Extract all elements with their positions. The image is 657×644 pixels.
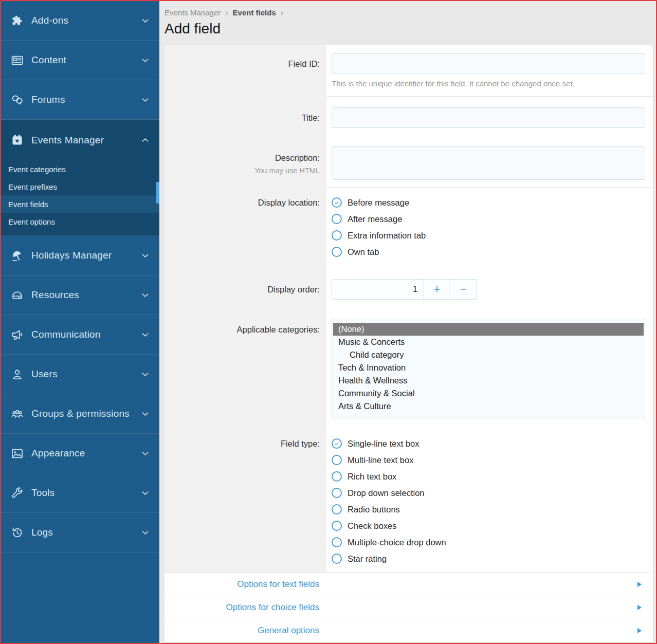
form-row-applicable-categories: Applicable categories: (None) Music & Co… [165,312,653,430]
chevron-down-icon [140,449,150,458]
sidebar-item-event-prefixes[interactable]: Event prefixes [1,178,159,195]
section-options-for-text-fields[interactable]: Options for text fields [165,573,653,596]
radio-multiple-choice-drop-down[interactable]: Multiple-choice drop down [332,534,645,550]
radio-star-rating[interactable]: Star rating [332,550,645,567]
sidebar-item-label: Groups & permissions [31,408,140,419]
sidebar-item-holidays-manager[interactable]: Holidays Manager [1,236,159,275]
listbox-option-child-category[interactable]: Child category [333,348,644,361]
sidebar-scrollbar-thumb[interactable] [156,182,159,204]
chevron-down-icon [140,95,150,105]
breadcrumb-chevron-icon: › [281,9,283,17]
admin-panel: Add-ons Content Forums Events Manager [0,0,657,644]
chevron-down-icon [140,409,150,419]
radio-icon[interactable] [332,554,342,564]
description-textarea[interactable] [332,146,645,180]
breadcrumb-events-manager[interactable]: Events Manager [165,8,221,17]
sidebar-item-label: Events Manager [31,135,140,146]
sidebar-item-groups-permissions[interactable]: Groups & permissions [1,394,159,434]
sidebar-item-logs[interactable]: Logs [1,513,159,553]
listbox-option-tech-innovation[interactable]: Tech & Innovation [333,361,644,374]
sidebar-group-events-manager: Events Manager Event categories Event pr… [1,120,159,236]
sidebar-item-content[interactable]: Content [1,41,159,80]
sidebar-item-event-options[interactable]: Event options [1,213,159,230]
listbox-option-health-wellness[interactable]: Health & Wellness [333,374,644,387]
form-row-display-order: Display order: + − [165,271,653,312]
field-type-label: Field type: [165,435,326,573]
field-id-hint: This is the unique identifier for this f… [332,79,645,88]
listbox-option-none[interactable]: (None) [333,323,644,336]
chevron-up-icon [140,135,150,145]
field-id-input[interactable] [332,53,645,74]
sidebar-item-event-categories[interactable]: Event categories [1,160,159,178]
radio-icon[interactable] [332,230,342,241]
expand-arrow-icon [637,605,642,610]
radio-rich-text-box[interactable]: Rich text box [332,468,645,485]
drive-icon [9,288,25,302]
sidebar-item-label: Tools [31,487,140,499]
chevron-down-icon [140,370,150,379]
umbrella-icon [9,248,25,263]
sidebar-item-forums[interactable]: Forums [1,80,159,120]
chevron-down-icon [140,290,150,300]
form-row-description: Description: You may use HTML [165,138,653,188]
image-icon [9,446,25,461]
sidebar-item-label: Communication [31,329,140,340]
megaphone-icon [9,327,25,342]
section-options-for-choice-fields[interactable]: Options for choice fields [165,596,653,619]
categories-listbox: (None) Music & Concerts Child category T… [332,319,645,418]
add-field-form: Field ID: This is the unique identifier … [165,45,653,642]
page-title: Add field [165,21,656,37]
title-label: Title: [165,107,326,138]
sidebar-item-add-ons[interactable]: Add-ons [1,1,159,41]
chevron-down-icon [140,16,150,26]
section-general-options[interactable]: General options [165,619,653,642]
radio-selected-icon[interactable] [332,438,342,449]
breadcrumb-event-fields[interactable]: Event fields [233,8,276,17]
display-order-input[interactable] [332,280,424,299]
radio-radio-buttons[interactable]: Radio buttons [332,501,645,518]
radio-extra-information-tab[interactable]: Extra information tab [332,227,645,244]
chevron-down-icon [140,251,150,261]
radio-after-message[interactable]: After message [332,211,645,227]
sidebar-item-tools[interactable]: Tools [1,473,159,513]
sidebar-item-event-fields[interactable]: Event fields [1,195,159,213]
radio-selected-icon[interactable] [332,197,342,208]
display-order-label: Display order: [165,279,326,312]
radio-icon[interactable] [332,521,342,531]
radio-icon[interactable] [332,537,342,547]
sidebar-item-appearance[interactable]: Appearance [1,434,159,473]
sidebar-item-users[interactable]: Users [1,355,159,394]
title-input[interactable] [332,107,645,128]
radio-drop-down-selection[interactable]: Drop down selection [332,485,645,501]
radio-icon[interactable] [332,247,342,257]
radio-multi-line-text-box[interactable]: Multi-line text box [332,452,645,468]
chevron-down-icon [140,488,150,498]
radio-before-message[interactable]: Before message [332,194,645,211]
expand-arrow-icon [637,582,642,587]
radio-icon[interactable] [332,471,342,482]
breadcrumb-chevron-icon: › [225,9,228,17]
listbox-option-community-social[interactable]: Community & Social [333,387,644,400]
listbox-option-arts-culture[interactable]: Arts & Culture [333,400,644,413]
sidebar-item-label: Users [31,369,140,380]
history-icon [9,525,25,540]
radio-icon[interactable] [332,455,342,465]
sidebar-item-label: Add-ons [31,15,140,26]
radio-icon[interactable] [332,488,342,498]
sidebar-item-label: Forums [31,94,140,105]
sidebar-item-events-manager[interactable]: Events Manager [1,120,159,160]
chevron-down-icon [140,528,150,538]
radio-check-boxes[interactable]: Check boxes [332,518,645,534]
description-label: Description: [165,153,320,163]
radio-icon[interactable] [332,504,342,514]
radio-own-tab[interactable]: Own tab [332,244,645,260]
form-area: Field ID: This is the unique identifier … [165,45,653,573]
sidebar-item-communication[interactable]: Communication [1,315,159,355]
increment-button[interactable]: + [424,280,450,299]
sidebar-item-resources[interactable]: Resources [1,275,159,315]
radio-icon[interactable] [332,214,342,224]
decrement-button[interactable]: − [450,280,477,299]
radio-single-line-text-box[interactable]: Single-line text box [332,435,645,452]
wrench-icon [9,486,25,500]
listbox-option-music-concerts[interactable]: Music & Concerts [333,336,644,348]
